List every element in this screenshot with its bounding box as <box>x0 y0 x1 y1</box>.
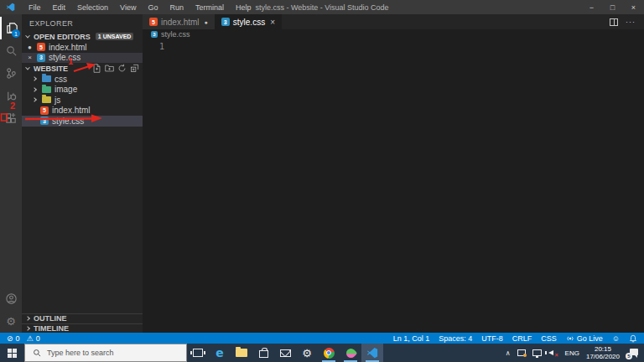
vscode-taskbar-button[interactable] <box>361 344 383 362</box>
gear-icon: ⚙ <box>6 315 16 328</box>
menu-go[interactable]: Go <box>142 3 164 12</box>
problems-errors[interactable]: ⊘ 0 <box>7 334 20 343</box>
edge-icon: e <box>216 346 224 359</box>
breadcrumb-item[interactable]: style.css <box>161 30 190 39</box>
account-icon <box>5 292 18 305</box>
timeline-section-header[interactable]: TIMELINE <box>22 323 143 334</box>
task-view-button[interactable] <box>187 344 209 362</box>
website-section-header[interactable]: WEBSITE <box>22 63 143 74</box>
language-mode[interactable]: CSS <box>541 334 557 343</box>
indentation[interactable]: Spaces: 4 <box>439 334 472 343</box>
outline-section-header[interactable]: OUTLINE <box>22 313 143 323</box>
explorer-activity-button[interactable]: 1 <box>0 17 22 39</box>
modified-dot-icon: ● <box>26 44 34 51</box>
search-activity-button[interactable] <box>0 39 22 62</box>
css-file-icon: 3 <box>221 18 230 26</box>
new-folder-icon[interactable] <box>105 64 114 73</box>
js-folder-icon <box>42 96 51 103</box>
modified-dot-icon: ● <box>205 19 208 25</box>
vscode-logo-icon <box>6 3 15 12</box>
title-bar: File Edit Selection View Go Run Terminal… <box>0 0 644 14</box>
source-control-icon <box>5 67 18 80</box>
menu-run[interactable]: Run <box>164 3 190 12</box>
menu-edit[interactable]: Edit <box>47 3 72 12</box>
maximize-button[interactable]: □ <box>602 0 623 14</box>
chrome-taskbar-button[interactable] <box>318 344 340 362</box>
minimize-button[interactable]: − <box>581 0 602 14</box>
close-button[interactable]: × <box>623 0 644 14</box>
explorer-sidebar: EXPLORER OPEN EDITORS 1 UNSAVED ● 5 inde… <box>22 14 143 333</box>
tree-item-image-folder[interactable]: image <box>22 85 143 96</box>
open-editor-style-css[interactable]: × 3 style.css <box>22 53 143 64</box>
close-editor-icon[interactable]: × <box>26 54 34 61</box>
tab-index-html[interactable]: 5 index.html ● <box>143 14 215 29</box>
file-explorer-taskbar-button[interactable] <box>231 344 252 362</box>
feedback-smiley-icon[interactable]: ☺ <box>612 334 620 343</box>
window-title: style.css - Website - Visual Studio Code <box>255 3 388 12</box>
cursor-position[interactable]: Ln 1, Col 1 <box>393 334 430 343</box>
activity-bar: 1 <box>0 14 22 333</box>
notifications-bell-icon[interactable] <box>629 334 637 343</box>
paint-app-taskbar-button[interactable] <box>340 344 361 362</box>
tree-item-index-html[interactable]: 5 index.html <box>22 106 143 116</box>
tree-item-label: style.css <box>52 116 84 126</box>
menu-view[interactable]: View <box>114 3 142 12</box>
tree-item-css-folder[interactable]: css <box>22 74 143 85</box>
settings-taskbar-button[interactable]: ⚙ <box>296 344 318 362</box>
account-button[interactable] <box>0 287 22 310</box>
mail-icon <box>280 349 291 357</box>
taskbar-search-box[interactable]: Type here to search <box>24 344 187 362</box>
breadcrumb[interactable]: 3 style.css <box>143 29 644 39</box>
workbench: 1 <box>0 14 644 333</box>
encoding[interactable]: UTF-8 <box>481 334 503 343</box>
status-bar: ⊘ 0 ⚠ 0 Ln 1, Col 1 Spaces: 4 UTF-8 CRLF… <box>0 333 644 344</box>
tree-item-label: image <box>55 85 77 94</box>
split-editor-icon[interactable] <box>610 18 618 26</box>
chevron-right-icon <box>25 326 30 331</box>
tray-expand-icon[interactable]: ∧ <box>506 349 511 357</box>
open-editors-header[interactable]: OPEN EDITORS 1 UNSAVED <box>22 31 143 42</box>
action-center-button[interactable]: 5 <box>628 349 638 358</box>
collapse-folders-icon[interactable] <box>130 64 139 73</box>
error-icon: ⊘ <box>7 334 13 343</box>
tree-item-style-css[interactable]: 3 style.css <box>22 116 143 127</box>
more-actions-icon[interactable]: ··· <box>626 18 636 26</box>
task-view-icon <box>193 349 203 357</box>
warning-count: 0 <box>36 334 40 343</box>
html-file-icon: 5 <box>40 106 49 115</box>
menu-file[interactable]: File <box>23 3 47 12</box>
eol-sequence[interactable]: CRLF <box>512 334 532 343</box>
source-control-activity-button[interactable] <box>0 62 22 85</box>
close-tab-icon[interactable]: × <box>270 18 275 27</box>
go-live-label: Go Live <box>577 334 603 343</box>
problems-warnings[interactable]: ⚠ 0 <box>27 334 40 343</box>
taskbar-clock[interactable]: 20:15 17/06/2020 <box>586 345 620 360</box>
manage-button[interactable]: ⚙ <box>0 310 22 333</box>
store-taskbar-button[interactable] <box>252 344 274 362</box>
edge-taskbar-button[interactable]: e <box>209 344 231 362</box>
open-editor-index-html[interactable]: ● 5 index.html <box>22 42 143 53</box>
tree-item-js-folder[interactable]: js <box>22 95 143 106</box>
tab-style-css[interactable]: 3 style.css × <box>215 14 282 29</box>
search-icon <box>33 349 41 357</box>
network-icon[interactable] <box>532 349 542 356</box>
refresh-explorer-icon[interactable] <box>117 64 127 73</box>
go-live-button[interactable]: Go Live <box>566 334 603 343</box>
new-file-icon[interactable] <box>92 64 101 73</box>
mail-taskbar-button[interactable] <box>274 344 296 362</box>
menu-help[interactable]: Help <box>230 3 257 12</box>
line-number: 1 <box>159 42 164 51</box>
editor-content[interactable]: 1 <box>143 39 644 333</box>
open-editors-label: OPEN EDITORS <box>34 33 91 41</box>
input-language[interactable]: ENG <box>565 349 579 357</box>
chevron-down-icon <box>25 65 30 70</box>
extensions-activity-button[interactable] <box>0 107 22 130</box>
tray-app-icon[interactable] <box>517 349 526 356</box>
search-icon <box>5 44 18 57</box>
menu-terminal[interactable]: Terminal <box>190 3 230 12</box>
volume-muted-icon[interactable]: × <box>548 349 558 357</box>
start-button[interactable] <box>0 344 24 362</box>
css-file-icon: 3 <box>40 116 49 125</box>
run-debug-activity-button[interactable] <box>0 85 22 107</box>
menu-selection[interactable]: Selection <box>71 3 114 12</box>
